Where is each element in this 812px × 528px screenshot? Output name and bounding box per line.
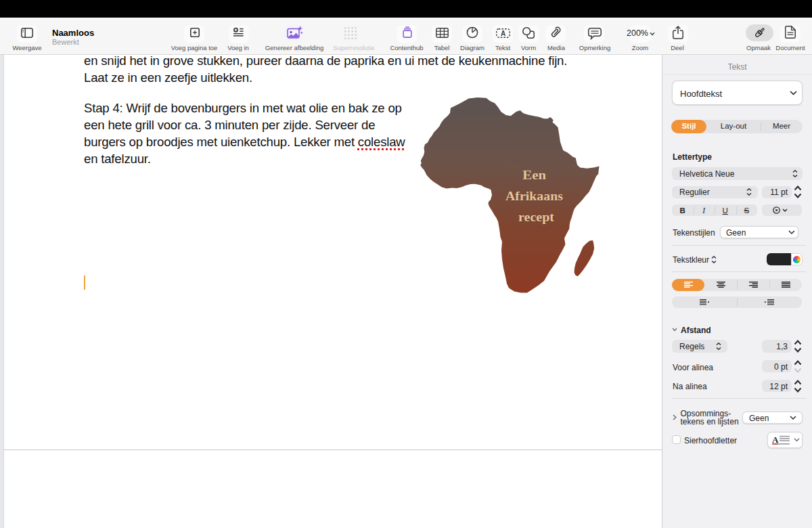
svg-text:A: A: [501, 30, 505, 37]
svg-text:Een: Een: [522, 168, 546, 182]
svg-text:A: A: [772, 435, 779, 445]
svg-text:Afrikaans: Afrikaans: [505, 189, 563, 203]
svg-text:recept: recept: [518, 210, 555, 224]
